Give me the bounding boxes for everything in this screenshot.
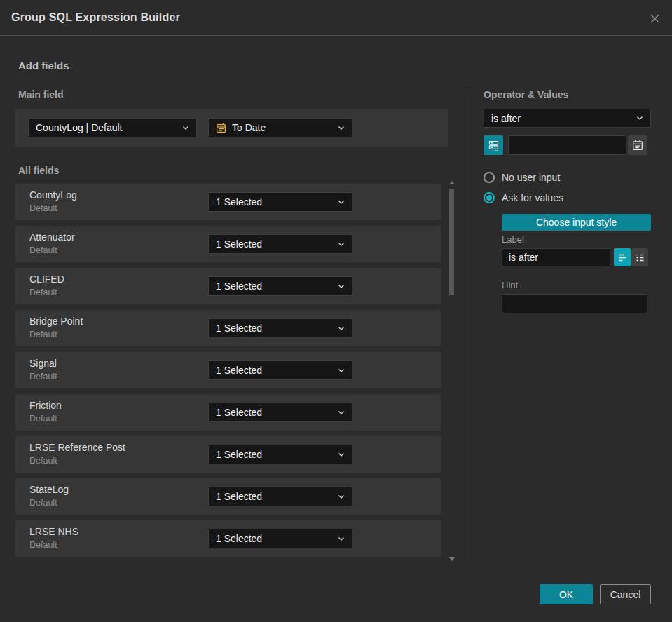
chevron-down-icon (338, 368, 345, 373)
stacked-fields-icon[interactable] (484, 135, 503, 155)
cancel-button[interactable]: Cancel (600, 584, 651, 604)
radio-no-user-input[interactable]: No user input (484, 172, 560, 183)
main-date-select[interactable]: To Date (208, 118, 352, 137)
field-selected-dropdown[interactable]: 1 Selected (208, 360, 352, 380)
radio-ask-for-values[interactable]: Ask for values (484, 192, 563, 203)
field-row-clifed: CLIFED Default 1 Selected (15, 268, 441, 304)
field-name: LRSE Reference Post (29, 442, 125, 453)
hint-input[interactable] (502, 294, 647, 313)
chevron-down-icon (338, 200, 345, 205)
field-sublabel: Default (29, 498, 57, 508)
field-name: Signal (29, 358, 57, 369)
field-sublabel: Default (29, 372, 57, 381)
chevron-down-icon (338, 452, 345, 457)
ok-button[interactable]: OK (540, 584, 593, 604)
scroll-down-icon[interactable] (449, 557, 455, 561)
field-selected-dropdown[interactable]: 1 Selected (208, 445, 352, 464)
selected-count: 1 Selected (216, 196, 334, 208)
field-name: Friction (29, 400, 62, 411)
field-row-bridge-point: Bridge Point Default 1 Selected (15, 310, 441, 346)
selected-count: 1 Selected (216, 365, 334, 376)
field-row-signal: Signal Default 1 Selected (15, 352, 441, 388)
field-name: Attenuator (29, 231, 75, 243)
chevron-down-icon (338, 494, 345, 499)
add-fields-heading: Add fields (18, 60, 69, 72)
field-sublabel: Default (29, 203, 57, 213)
field-name: StateLog (29, 484, 69, 495)
all-fields-label: All fields (18, 165, 59, 176)
chevron-down-icon (338, 242, 345, 247)
field-row-countylog: CountyLog Default 1 Selected (15, 184, 441, 220)
chevron-down-icon (636, 116, 643, 121)
field-selected-dropdown[interactable]: 1 Selected (208, 318, 352, 338)
label-input-row (502, 248, 648, 266)
scroll-up-icon[interactable] (449, 181, 455, 184)
list-scrollbar[interactable] (448, 180, 455, 562)
field-selected-dropdown[interactable]: 1 Selected (208, 487, 352, 506)
chevron-down-icon (338, 410, 345, 415)
hint-section-label: Hint (502, 280, 518, 290)
field-sublabel: Default (29, 456, 57, 466)
main-field-select[interactable]: CountyLog | Default (28, 118, 197, 137)
field-sublabel: Default (29, 540, 57, 550)
operator-values-heading: Operator & Values (484, 89, 568, 100)
field-row-statelog: StateLog Default 1 Selected (15, 478, 441, 515)
field-sublabel: Default (29, 414, 57, 424)
chevron-down-icon (338, 284, 345, 289)
operator-select-value: is after (491, 113, 632, 124)
panel-divider (467, 88, 467, 561)
selected-count: 1 Selected (216, 533, 334, 544)
label-input[interactable] (502, 248, 610, 266)
chevron-down-icon (338, 536, 345, 541)
calendar-icon[interactable] (628, 135, 647, 155)
field-selected-dropdown[interactable]: 1 Selected (208, 276, 352, 296)
value-input[interactable] (508, 135, 626, 155)
main-date-select-value: To Date (232, 122, 334, 133)
close-icon[interactable] (647, 11, 662, 26)
radio-ask-for-values-label: Ask for values (502, 192, 563, 203)
selected-count: 1 Selected (216, 238, 334, 250)
selected-count: 1 Selected (216, 323, 334, 334)
field-row-attenuator: Attenuator Default 1 Selected (15, 226, 441, 262)
main-field-panel: CountyLog | Default To Date (15, 109, 448, 147)
field-sublabel: Default (29, 288, 57, 297)
radio-selected-icon[interactable] (484, 192, 495, 203)
chevron-down-icon (182, 126, 189, 130)
selected-count: 1 Selected (216, 449, 334, 460)
calendar-icon (216, 123, 226, 133)
field-selected-dropdown[interactable]: 1 Selected (208, 234, 352, 254)
field-sublabel: Default (29, 330, 57, 339)
field-selected-dropdown[interactable]: 1 Selected (208, 529, 352, 548)
main-field-select-value: CountyLog | Default (36, 122, 178, 133)
field-row-lrse-reference-post: LRSE Reference Post Default 1 Selected (15, 436, 441, 473)
field-name: LRSE NHS (29, 526, 78, 537)
field-selected-dropdown[interactable]: 1 Selected (208, 192, 352, 212)
all-fields-list: CountyLog Default 1 Selected Attenuator … (15, 184, 441, 557)
field-row-friction: Friction Default 1 Selected (15, 394, 441, 431)
chevron-down-icon (338, 326, 345, 331)
chevron-down-icon (338, 126, 345, 130)
scrollbar-thumb[interactable] (449, 189, 454, 295)
dialog-titlebar: Group SQL Expression Builder (0, 0, 672, 36)
selected-count: 1 Selected (216, 407, 334, 418)
selected-count: 1 Selected (216, 491, 334, 502)
field-name: CountyLog (29, 189, 77, 201)
selected-count: 1 Selected (216, 280, 334, 292)
radio-icon[interactable] (484, 172, 495, 183)
operator-select[interactable]: is after (484, 109, 651, 128)
list-icon[interactable] (631, 248, 648, 266)
group-sql-expression-builder-dialog: Group SQL Expression Builder Add fields … (0, 0, 672, 622)
choose-input-style-button[interactable]: Choose input style (502, 214, 651, 231)
dialog-title: Group SQL Expression Builder (11, 11, 180, 24)
label-section-label: Label (502, 234, 524, 245)
field-selected-dropdown[interactable]: 1 Selected (208, 403, 352, 422)
main-field-label: Main field (18, 89, 64, 100)
value-input-row (484, 135, 651, 155)
radio-no-user-input-label: No user input (502, 172, 560, 183)
field-row-lrse-nhs: LRSE NHS Default 1 Selected (15, 520, 441, 557)
field-name: Bridge Point (29, 316, 83, 327)
field-name: CLIFED (29, 273, 64, 285)
field-sublabel: Default (29, 245, 57, 255)
align-left-icon[interactable] (614, 248, 631, 266)
